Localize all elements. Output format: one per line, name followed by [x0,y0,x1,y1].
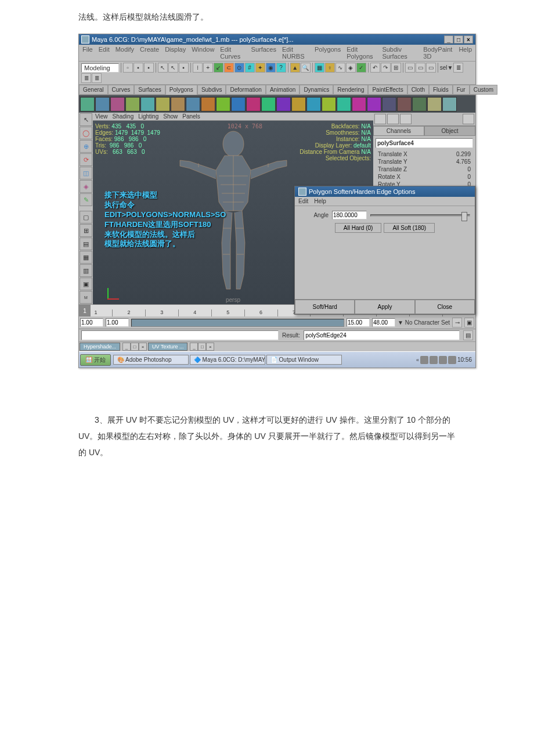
menu-polygons[interactable]: Polygons [315,46,341,60]
shelf-tab-rendering[interactable]: Rendering [333,85,368,95]
layout-four-icon[interactable]: ⊞ [80,224,92,237]
task-photoshop[interactable]: 🎨 Adobe Photoshop [113,355,189,365]
apply-button[interactable]: Apply [355,300,414,314]
shelf-append-icon[interactable] [322,97,336,111]
shelf-tab-deformation[interactable]: Deformation [226,85,265,95]
construction-icon[interactable]: # [245,63,255,73]
task-output[interactable]: 📄 Output Window [266,355,342,365]
layout-btn2[interactable] [387,114,399,124]
shelf-create-icon[interactable] [216,97,230,111]
angle-input[interactable] [332,211,367,219]
tray-icon4[interactable] [448,356,456,364]
vp-menu-panels[interactable]: Panels [182,113,200,120]
shelf-bevel-icon[interactable] [276,97,291,111]
menu-modify[interactable]: Modify [116,46,134,60]
shelf-helix-icon[interactable] [201,97,215,111]
shelf-tab-painteffects[interactable]: PaintEffects [368,85,407,95]
shelf-tab-subdivs[interactable]: Subdivs [197,85,226,95]
shelf-torus-icon[interactable] [156,97,170,111]
layout-btn3[interactable] [400,114,412,124]
rotate-tool[interactable]: ⟳ [80,153,92,166]
script-editor-button[interactable]: ▤ [463,330,473,340]
menu-help[interactable]: Help [459,46,472,60]
close-dialog-button[interactable]: Close [415,300,475,314]
scale-tool[interactable]: ◫ [80,167,92,179]
command-input[interactable] [81,330,279,340]
all-soft-button[interactable]: All Soft (180) [384,223,435,233]
shelf-soften-icon[interactable] [427,97,442,111]
tray-lang-icon[interactable]: « [416,357,419,363]
select-paint-icon[interactable]: ▪ [179,63,189,73]
tray-network-icon[interactable] [430,356,438,364]
layout-hypergraph-icon[interactable]: ▣ [80,278,92,290]
shelf-combine-icon[interactable] [231,97,246,111]
all-hard-button[interactable]: All Hard (0) [335,223,382,233]
layout-persp-icon[interactable]: ▦ [80,251,92,264]
tab-hypershade[interactable]: Hypershade... [80,343,120,351]
select-arrow-icon[interactable]: ↖ [158,63,168,73]
min-icon[interactable]: _ [122,343,131,351]
box-icon[interactable]: ▦ [315,63,324,73]
shelf-smooth-icon[interactable] [337,97,351,111]
menu-subdiv[interactable]: Subdiv Surfaces [382,46,417,60]
panel1-icon[interactable]: ▭ [405,63,415,73]
shelf-cylinder-icon[interactable] [110,97,125,111]
shelf-triangulate-icon[interactable] [367,97,381,111]
tray-icon3[interactable] [439,356,447,364]
shelf-cube-icon[interactable] [95,97,110,111]
layout-split-icon[interactable]: ▤ [80,237,92,250]
shelf-tab-cloth[interactable]: Cloth [407,85,429,95]
range-end[interactable] [372,318,395,327]
dialog-menu-edit[interactable]: Edit [298,198,308,204]
shelf-sculpt-icon[interactable] [412,97,427,111]
undo-button[interactable]: ↶ [370,63,380,73]
ipr-icon[interactable]: ◉ [266,63,276,73]
panel2-icon[interactable]: ▭ [416,63,425,73]
lasso-tool[interactable]: ◯ [80,127,92,139]
sel-btn2[interactable]: ≣ [81,73,91,83]
layout-single-icon[interactable]: ▢ [80,211,92,224]
light-icon[interactable]: ♀ [325,63,335,73]
vp-menu-shading[interactable]: Shading [113,113,134,120]
open-scene-button[interactable]: ▪ [134,63,143,73]
shelf-sphere-icon[interactable] [80,97,95,111]
save-scene-button[interactable]: ▪ [144,63,154,73]
vp-menu-lighting[interactable]: Lighting [138,113,158,120]
max-icon[interactable]: □ [131,343,139,351]
shelf-plane-icon[interactable] [140,97,155,111]
x-icon2[interactable]: × [206,343,214,351]
manip-tool[interactable]: ◈ [80,180,92,193]
angle-slider[interactable] [370,214,470,217]
close-button[interactable]: × [464,35,473,44]
shelf-tab-custom[interactable]: Custom [470,85,497,95]
current-frame[interactable]: 1 [79,305,91,316]
tray-volume-icon[interactable] [420,356,428,364]
shelf-tab-polygons[interactable]: Polygons [165,85,197,95]
snap-plane-icon[interactable]: ⊂ [224,63,234,73]
snap-point-icon[interactable]: ↙ [214,63,223,73]
soft-tool[interactable]: ✎ [80,193,92,206]
layout-close[interactable] [463,114,474,124]
layout-script-icon[interactable]: M [80,291,92,304]
shelf-cone-icon[interactable] [125,97,140,111]
new-scene-button[interactable]: ▫ [123,63,133,73]
dialog-menu-help[interactable]: Help [314,198,326,204]
move-tool[interactable]: ⊕ [80,140,92,153]
shelf-tab-fur[interactable]: Fur [453,85,470,95]
max-icon2[interactable]: □ [198,343,206,351]
charset-dropdown[interactable]: ▼ No Character Set [398,319,450,326]
layout-outliner-icon[interactable]: ▥ [80,264,92,277]
shelf-extrude-icon[interactable] [261,97,276,111]
menu-editpolygons[interactable]: Edit Polygons [347,46,376,60]
range-track[interactable] [131,319,344,327]
maximize-button[interactable]: □ [454,35,463,44]
snap-grid-icon[interactable]: ⁞ [193,63,203,73]
shelf-tab-fluids[interactable]: Fluids [429,85,453,95]
shelf-mirror-icon[interactable] [397,97,412,111]
magnify-icon[interactable]: 🔍 [301,63,311,73]
shelf-extract-icon[interactable] [246,97,261,111]
redo-button[interactable]: ↷ [381,63,391,73]
mode-dropdown[interactable]: Modeling [81,63,119,73]
object-name[interactable]: polySurface4 [376,138,473,148]
menu-window[interactable]: Window [192,46,214,60]
